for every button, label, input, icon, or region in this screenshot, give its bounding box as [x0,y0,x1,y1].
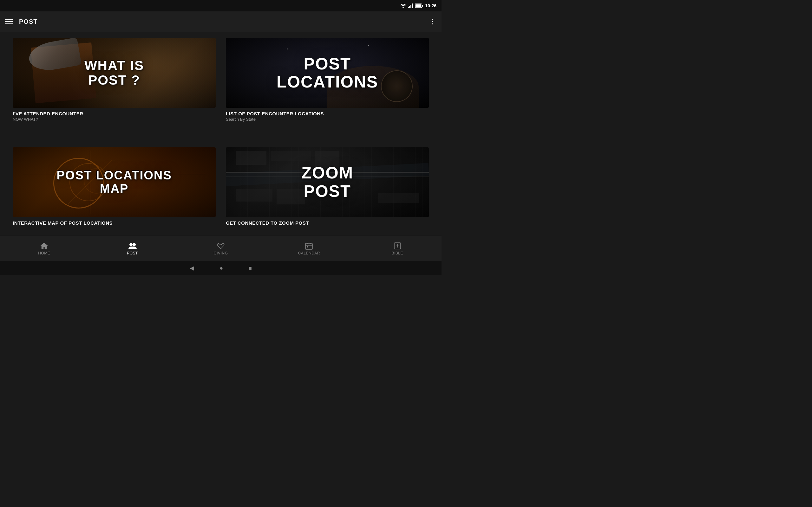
nav-label-home: HOME [38,251,50,256]
card-post-locations[interactable]: POSTLOCATIONS List of Post Encounter Loc… [226,38,429,140]
nav-item-giving[interactable]: GIVING [208,242,234,256]
compass-deco [381,70,413,102]
card-zoom-post[interactable]: ZOOMPOST Get Connected to Zoom Post [226,147,429,244]
svg-rect-4 [412,3,413,8]
nav-label-bible: BIBLE [392,251,403,256]
svg-rect-1 [408,7,409,8]
home-icon [40,242,48,250]
card-zoom-post-info-title: Get Connected to Zoom Post [226,220,429,226]
menu-button[interactable] [5,19,13,24]
top-bar-left: POST [5,18,38,25]
card-what-is-post-text: WHAT ISPOST ? [81,55,147,91]
nav-label-calendar: CALENDAR [298,251,320,256]
nav-label-post: POST [127,251,138,256]
svg-point-9 [133,243,136,246]
svg-rect-3 [410,5,411,8]
back-button[interactable]: ◀ [190,265,194,272]
svg-rect-10 [305,243,312,249]
svg-rect-2 [409,6,410,8]
svg-rect-14 [307,246,308,247]
nav-item-post[interactable]: POST [120,242,145,256]
card-post-locations-map-text: POST LOCATIONSMAP [54,166,175,199]
card-post-locations-title: POSTLOCATIONS [276,55,378,91]
card-post-locations-map-image: POST LOCATIONSMAP [13,147,216,217]
card-post-locations-map-info: Interactive Map of Post Locations [13,220,216,226]
card-what-is-post-title: WHAT ISPOST ? [84,58,144,88]
card-post-locations-image: POSTLOCATIONS [226,38,429,108]
card-post-locations-map[interactable]: POST LOCATIONSMAP Interactive Map of Pos… [13,147,216,244]
signal-icon [408,3,413,8]
bottom-nav: HOME POST GIVING CALENDAR [0,236,442,261]
nav-item-bible[interactable]: BIBLE [385,242,410,256]
wifi-icon [400,3,406,8]
card-zoom-post-text: ZOOMPOST [298,161,357,203]
post-icon [128,242,137,250]
card-zoom-post-info: Get Connected to Zoom Post [226,220,429,226]
battery-icon [415,3,423,8]
svg-rect-7 [415,4,421,7]
card-post-locations-map-title: POST LOCATIONSMAP [57,169,172,195]
calendar-icon [305,242,313,250]
page-title: POST [19,18,38,25]
home-button[interactable]: ● [219,265,223,272]
svg-rect-6 [422,5,423,7]
status-icons: 10:26 [400,3,437,8]
card-what-is-post-info: I'VE ATTENDED ENCOUNTER NOW WHAT? [13,110,216,122]
svg-point-0 [403,7,404,8]
card-what-is-post-image: WHAT ISPOST ? [13,38,216,108]
card-zoom-post-image: ZOOMPOST [226,147,429,217]
card-zoom-post-title: ZOOMPOST [301,164,353,200]
giving-icon [217,242,225,250]
card-post-locations-text: POSTLOCATIONS [273,52,381,94]
main-content: WHAT ISPOST ? I'VE ATTENDED ENCOUNTER NO… [0,32,442,250]
svg-point-8 [130,243,133,246]
card-what-is-post[interactable]: WHAT ISPOST ? I'VE ATTENDED ENCOUNTER NO… [13,38,216,140]
status-bar: 10:26 [0,0,442,11]
nav-item-home[interactable]: HOME [32,242,57,256]
bible-icon [393,242,402,250]
more-options-button[interactable]: ⋮ [429,17,437,26]
system-nav: ◀ ● ■ [0,261,442,275]
card-post-locations-info-sub: Search By State [226,117,429,122]
card-what-is-post-info-sub: NOW WHAT? [13,117,216,122]
card-post-locations-map-info-title: Interactive Map of Post Locations [13,220,216,226]
top-bar: POST ⋮ [0,11,442,32]
status-time: 10:26 [425,3,437,8]
card-post-locations-info-title: List of Post Encounter Locations [226,111,429,116]
nav-label-giving: GIVING [213,251,228,256]
recent-button[interactable]: ■ [248,265,252,272]
nav-item-calendar[interactable]: CALENDAR [296,242,322,256]
card-what-is-post-info-title: I'VE ATTENDED ENCOUNTER [13,111,216,116]
card-post-locations-info: List of Post Encounter Locations Search … [226,110,429,122]
